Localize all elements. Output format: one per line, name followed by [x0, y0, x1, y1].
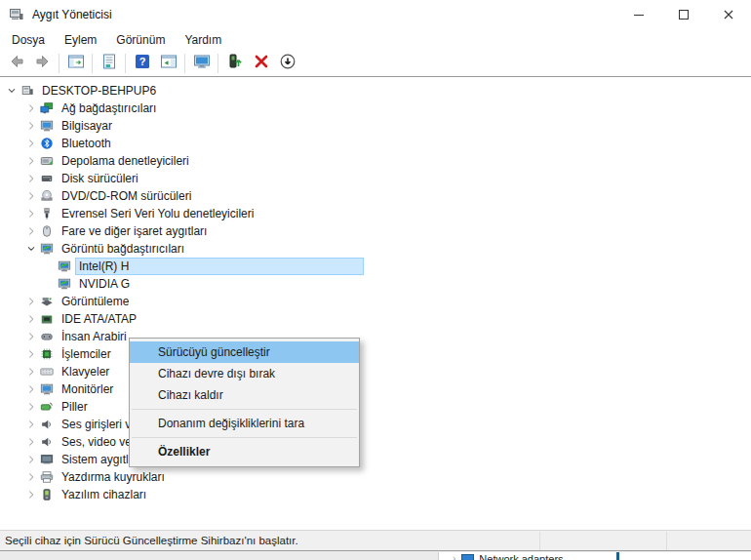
- forward-button[interactable]: [29, 52, 56, 75]
- tree-item-sound-video-game[interactable]: Ses, video ve oyun denetleyicileri: [0, 433, 751, 451]
- background-tree-item[interactable]: › Network adapters: [453, 553, 564, 560]
- tree-item-label: Görüntü bağdaştırıcıları: [59, 241, 187, 257]
- tree-item-human-interface[interactable]: İnsan Arabiri: [0, 328, 751, 345]
- help-button[interactable]: ?: [129, 52, 155, 75]
- chevron-down-icon[interactable]: [23, 241, 39, 257]
- update-driver-button[interactable]: [221, 52, 248, 75]
- tree-item-usb-controllers[interactable]: Evrensel Seri Veri Yolu denetleyicileri: [0, 205, 751, 222]
- arrow-left-icon: [8, 53, 25, 74]
- tree-item-monitors[interactable]: Monitörler: [0, 380, 751, 398]
- status-text: Seçili cihaz için Sürücü Güncelleştirme …: [5, 535, 298, 546]
- toolbar-separator: [125, 54, 126, 73]
- chevron-right-icon[interactable]: [23, 153, 39, 169]
- tree-item-processors[interactable]: İşlemciler: [0, 345, 751, 363]
- context-menu-item-scan-hardware-changes[interactable]: Donanım değişikliklerini tara: [130, 413, 359, 434]
- chevron-right-icon[interactable]: [23, 346, 39, 362]
- chevron-right-icon[interactable]: [23, 223, 39, 239]
- tree-item-computer[interactable]: Bilgisayar: [0, 117, 751, 135]
- toolbar-separator: [92, 54, 93, 73]
- properties-icon: [100, 53, 118, 74]
- chevron-right-icon[interactable]: [23, 434, 39, 450]
- tree-item-label: Depolama denetleyicileri: [59, 153, 192, 169]
- chevron-right-icon[interactable]: [23, 364, 39, 380]
- tree-item-ide-ata-atapi[interactable]: IDE ATA/ATAP: [0, 310, 751, 328]
- properties-button[interactable]: [96, 52, 122, 75]
- tree-item-label: İşlemciler: [59, 346, 114, 362]
- tree-item-desktop-behpup6[interactable]: DESKTOP-BEHPUP6: [0, 82, 751, 100]
- chevron-right-icon[interactable]: [23, 118, 39, 134]
- menu-dosya[interactable]: Dosya: [2, 30, 55, 50]
- tree-item-display-adapters[interactable]: Görüntü bağdaştırıcıları: [0, 240, 751, 258]
- tree-item-keyboards[interactable]: Klavyeler: [0, 363, 751, 380]
- tree-item-network-adapters[interactable]: Ağ bağdaştırıcıları: [0, 100, 751, 117]
- tree-item-system-devices[interactable]: Sistem aygıtları: [0, 451, 751, 468]
- maximize-button[interactable]: [661, 0, 706, 29]
- context-menu-item-update-driver[interactable]: Sürücüyü güncelleştir: [130, 341, 359, 363]
- tree-item-label: Intel(R) H: [76, 259, 363, 274]
- statusbar: Seçili cihaz için Sürücü Güncelleştirme …: [0, 530, 751, 550]
- tree-item-label: Monitörler: [59, 381, 116, 397]
- chevron-right-icon[interactable]: [23, 171, 39, 186]
- tree-item-label: Piller: [59, 399, 91, 415]
- minimize-button[interactable]: [616, 0, 661, 29]
- context-menu-item-disable-device[interactable]: Cihazı devre dışı bırak: [130, 363, 359, 384]
- computer-root-icon: [20, 83, 35, 99]
- tree-item-label: Ağ bağdaştırıcıları: [59, 100, 159, 116]
- tree-item-storage-controllers[interactable]: Depolama denetleyicileri: [0, 152, 751, 170]
- tree-item-intel-graphics[interactable]: Intel(R) H: [0, 258, 751, 275]
- tree-item-disk-drives[interactable]: Disk sürücüleri: [0, 170, 751, 187]
- tree-item-print-queues[interactable]: Yazdırma kuyrukları: [0, 468, 751, 486]
- tree-item-label: Disk sürücüleri: [59, 171, 141, 186]
- chevron-down-icon[interactable]: [4, 83, 20, 99]
- chevron-right-icon[interactable]: [23, 294, 39, 309]
- chevron-right-icon[interactable]: [23, 311, 39, 327]
- menu-yardm[interactable]: Yardım: [175, 30, 231, 50]
- chevron-right-icon[interactable]: [23, 206, 39, 221]
- chevron-right-icon[interactable]: [23, 136, 39, 151]
- scan-hardware-button[interactable]: [274, 52, 300, 75]
- context-menu-item-properties[interactable]: Özellikler: [130, 441, 359, 462]
- toolbar-separator: [184, 54, 185, 73]
- chevron-right-icon[interactable]: [23, 487, 39, 502]
- tree-item-mice-pointing-devices[interactable]: Fare ve diğer işaret aygıtları: [0, 222, 751, 240]
- devices-view-button[interactable]: [188, 52, 215, 75]
- tree-item-imaging-devices[interactable]: Görüntüleme: [0, 293, 751, 310]
- action-pane-button[interactable]: [155, 52, 181, 75]
- chevron-right-icon[interactable]: [23, 329, 39, 344]
- chevron-right-icon[interactable]: [23, 381, 39, 397]
- tree-item-label: Yazılım cihazları: [59, 487, 149, 502]
- tree-item-nvidia-graphics[interactable]: NVIDIA G: [0, 275, 751, 293]
- network-adapter-icon: [39, 100, 55, 116]
- chevron-right-icon[interactable]: [23, 100, 39, 116]
- context-menu-separator: [132, 437, 357, 438]
- tree-item-dvd-cdrom-drives[interactable]: DVD/CD-ROM sürücüleri: [0, 187, 751, 205]
- context-menu-item-uninstall-device[interactable]: Cihazı kaldır: [130, 384, 359, 406]
- console-tree-button[interactable]: [62, 52, 89, 75]
- tree-item-software-devices[interactable]: Yazılım cihazları: [0, 486, 751, 503]
- tree-item-label: Yazdırma kuyrukları: [59, 469, 168, 485]
- chevron-right-icon[interactable]: [23, 188, 39, 204]
- cpu-icon: [39, 346, 55, 362]
- chevron-right-icon[interactable]: [23, 399, 39, 415]
- toolbar: ?: [0, 50, 751, 77]
- menubar: DosyaEylemGörünümYardım: [0, 29, 751, 50]
- chevron-right-icon: ›: [453, 553, 455, 560]
- tree-item-label: Görüntüleme: [59, 294, 132, 309]
- menu-grnm[interactable]: Görünüm: [106, 30, 175, 50]
- storage-icon: [39, 153, 55, 169]
- close-button[interactable]: [706, 0, 751, 29]
- back-button[interactable]: [3, 52, 29, 75]
- chevron-right-icon[interactable]: [23, 452, 39, 467]
- tree-item-label: NVIDIA G: [76, 276, 133, 292]
- chevron-right-icon[interactable]: [23, 469, 39, 485]
- keyboard-icon: [39, 364, 55, 380]
- action-pane-icon: [160, 53, 178, 74]
- tree-item-bluetooth[interactable]: Bluetooth: [0, 135, 751, 152]
- uninstall-button[interactable]: [248, 52, 274, 75]
- tree-item-batteries[interactable]: Piller: [0, 398, 751, 416]
- tree-item-audio-inputs-outputs[interactable]: Ses girişleri ve çıkışları: [0, 416, 751, 433]
- statusbar-divider: [539, 532, 540, 550]
- chevron-right-icon[interactable]: [23, 417, 39, 432]
- display-adapter-icon: [57, 259, 72, 274]
- menu-eylem[interactable]: Eylem: [55, 30, 106, 50]
